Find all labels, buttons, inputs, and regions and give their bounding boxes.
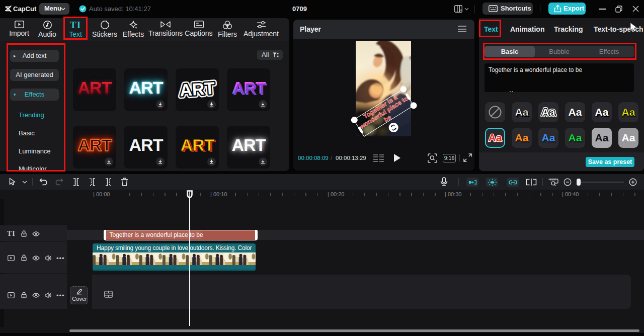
svg-text:Aa: Aa xyxy=(489,132,502,143)
svg-text:ART: ART xyxy=(179,78,216,100)
svg-text:Aa: Aa xyxy=(542,106,555,118)
